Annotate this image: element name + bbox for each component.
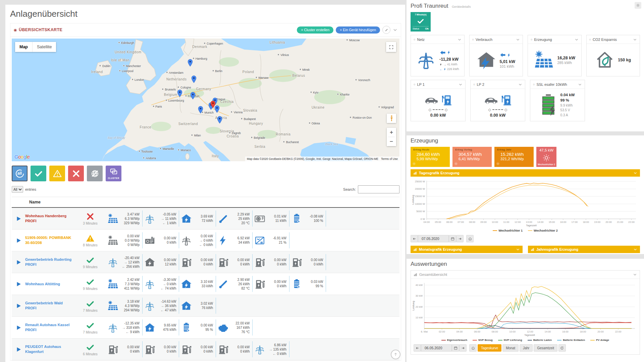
terms-of-use-link[interactable]: Terms of Use bbox=[381, 157, 398, 161]
prev-day-button[interactable] bbox=[414, 344, 421, 352]
refresh-button[interactable] bbox=[558, 344, 566, 352]
filter-offline[interactable] bbox=[87, 166, 103, 181]
pin-icon bbox=[217, 116, 222, 124]
map-label: Black Sea bbox=[325, 142, 338, 146]
scroll-to-top-button[interactable] bbox=[391, 350, 400, 359]
tile-collapse-button[interactable] bbox=[458, 38, 462, 42]
year-graph-bar[interactable]: Jahresgrafik Erzeugung bbox=[528, 246, 640, 253]
today-button[interactable] bbox=[469, 344, 477, 352]
tile-collapse-button[interactable] bbox=[516, 38, 520, 42]
map-pin-blue[interactable] bbox=[187, 59, 193, 67]
collapse-panel-button[interactable] bbox=[633, 273, 637, 277]
map-label: Amsterdam bbox=[166, 71, 183, 74]
settings-button[interactable] bbox=[635, 2, 641, 9]
create-cluster-button[interactable]: + Cluster erstellen bbox=[297, 26, 333, 34]
table-row[interactable]: Renault Autohaus Kassel PROFI7 Minutes-1… bbox=[12, 317, 399, 339]
play-button[interactable] bbox=[16, 281, 21, 287]
date-field[interactable]: 06.05.2020 bbox=[421, 344, 452, 352]
ertrag-tile: Ertrag Heute284,60 kWh5,99 Wh/Wp bbox=[411, 147, 450, 167]
charger-icon bbox=[254, 257, 265, 268]
production-energy: 285 kWh bbox=[557, 61, 572, 65]
tile-collapse-button[interactable] bbox=[578, 82, 582, 86]
chevron-down-icon bbox=[575, 38, 579, 42]
table-row[interactable]: Wohnhaus Handenberg PROFI3 Minutes3.47 k… bbox=[12, 208, 399, 230]
map-label: Belgium bbox=[164, 93, 177, 96]
today-button[interactable] bbox=[466, 235, 474, 242]
filter-ok[interactable] bbox=[31, 166, 46, 181]
search-input[interactable] bbox=[358, 185, 399, 193]
plant-name[interactable]: Wohnhaus Altötting bbox=[25, 273, 75, 295]
plant-name[interactable]: PEUGEOT Autohaus Klagenfurt bbox=[25, 339, 75, 360]
edit-button[interactable] bbox=[382, 26, 390, 34]
play-button[interactable] bbox=[16, 216, 21, 222]
tile-collapse-button[interactable] bbox=[575, 38, 579, 42]
device-cell-charger: 0.00 kW0 kWh bbox=[253, 273, 289, 295]
month-graph-bar[interactable]: Monatsgrafik Erzeugung bbox=[411, 246, 523, 253]
play-button[interactable] bbox=[16, 303, 21, 309]
europe-map[interactable]: United KingdomIrelandFranceGermanyPoland… bbox=[12, 39, 399, 161]
play-button[interactable] bbox=[16, 325, 21, 330]
table-row[interactable]: Gewerbebetrieb Wald PROFI7 Minutes3.18 k… bbox=[12, 295, 399, 317]
device-values: 0.00 kW0 kWh bbox=[231, 258, 250, 266]
google-logo: Google bbox=[14, 154, 30, 160]
play-button[interactable] bbox=[16, 347, 21, 352]
calendar-icon bbox=[454, 346, 458, 350]
device-values: 0.00 kW95 % bbox=[194, 323, 213, 332]
overview-chart: 10 kW20 kW30 kW40 kW6. Mai02:0004:0006:0… bbox=[411, 280, 639, 338]
range-button-gesamtzeit[interactable]: Gesamtzeit bbox=[534, 344, 557, 352]
map-pin-red[interactable] bbox=[210, 101, 216, 108]
map-label: France bbox=[140, 125, 151, 129]
range-button-tageskurve[interactable]: Tageskurve bbox=[478, 344, 501, 352]
tile-collapse-button[interactable] bbox=[518, 82, 522, 86]
plant-name[interactable]: Renault Autohaus Kassel PROFI bbox=[25, 317, 75, 338]
plant-name[interactable]: Wohnhaus Handenberg PROFI bbox=[25, 208, 75, 229]
table-row[interactable]: PEUGEOT Autohaus Klagenfurt6 Minutes0.00… bbox=[12, 339, 399, 360]
map-pin-blue[interactable] bbox=[191, 75, 197, 83]
zoom-out-button[interactable]: − bbox=[387, 137, 396, 146]
filter-error[interactable] bbox=[68, 166, 84, 181]
map-fullscreen-button[interactable] bbox=[386, 42, 396, 52]
status-dot-icon: ○ bbox=[414, 83, 415, 86]
device-cell-solar: 3.18 kW4.3 W/Wp294 W/Wp bbox=[106, 295, 143, 316]
filter-warning[interactable] bbox=[49, 166, 65, 181]
device-cell-engine: 22.00 kW167 kWh76 °C bbox=[216, 317, 253, 338]
table-row[interactable]: Wohnhaus Altötting9 Minutes2.42 kW7.3 W/… bbox=[12, 273, 399, 295]
range-button-jahr[interactable]: Jahr bbox=[520, 344, 533, 352]
table-row[interactable]: Gewerbebetrieb Ruderting PROFI9 Minutes-… bbox=[12, 251, 399, 273]
device-cell-charger: 0.00 kW0 kWh bbox=[216, 339, 253, 360]
svg-text:0 W: 0 W bbox=[421, 218, 425, 221]
tile-collapse-button[interactable] bbox=[633, 38, 637, 42]
next-day-button[interactable] bbox=[459, 344, 467, 352]
tile-collapse-button[interactable] bbox=[459, 82, 463, 86]
device-cell-charger: 0.00 kW0 kWh bbox=[216, 251, 253, 273]
prev-day-button[interactable] bbox=[411, 235, 418, 242]
table-row[interactable]: 51909-00005: POWRBANK 30-60/2088 Minutes… bbox=[12, 230, 399, 251]
date-field[interactable]: 07.05.2020 bbox=[418, 235, 449, 242]
plant-name[interactable]: Gewerbebetrieb Ruderting PROFI bbox=[25, 251, 75, 273]
map-type-map-button[interactable]: Map bbox=[15, 42, 32, 52]
next-day-button[interactable] bbox=[456, 235, 464, 242]
add-device-button[interactable]: + Ein Gerät hinzufügen bbox=[336, 26, 380, 34]
filter-cluster[interactable]: CLUSTER bbox=[106, 166, 121, 181]
filter-all[interactable]: all bbox=[12, 166, 28, 181]
plant-name[interactable]: 51909-00005: POWRBANK 30-60/208 bbox=[25, 230, 75, 251]
map-type-satellite-button[interactable]: Satellite bbox=[33, 42, 56, 52]
play-button[interactable] bbox=[16, 238, 21, 243]
tile-co2: ○CO2 Ersparnis 150 kg bbox=[586, 35, 640, 76]
empty-cell bbox=[289, 317, 326, 338]
calendar-button[interactable] bbox=[452, 344, 459, 352]
range-button-monat[interactable]: Monat bbox=[502, 344, 519, 352]
street-view-pegman[interactable] bbox=[387, 114, 396, 123]
map-pin-blue[interactable] bbox=[217, 116, 222, 124]
play-button[interactable] bbox=[16, 259, 21, 265]
calendar-button[interactable] bbox=[449, 235, 456, 242]
map-pin-blue[interactable] bbox=[198, 106, 203, 114]
map-pin-blue[interactable] bbox=[177, 89, 182, 97]
entries-select[interactable]: All bbox=[12, 186, 23, 193]
collapse-map-button[interactable] bbox=[393, 27, 397, 32]
day-graph-bar[interactable]: Tagesgrafik Erzeugung bbox=[411, 169, 640, 177]
plant-name[interactable]: Gewerbebetrieb Wald PROFI bbox=[25, 295, 75, 316]
zoom-in-button[interactable]: + bbox=[387, 128, 396, 137]
map-pin-blue[interactable] bbox=[190, 92, 196, 100]
device-cell-rod: 2.29 kW25 kWh20 °C bbox=[216, 208, 253, 229]
